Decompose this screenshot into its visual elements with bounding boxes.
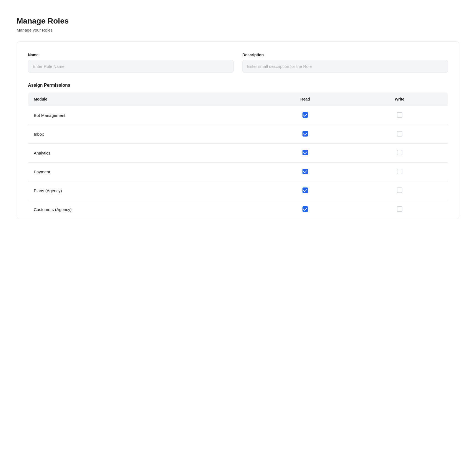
write-cell bbox=[351, 181, 448, 200]
description-form-group: Description bbox=[242, 53, 448, 73]
read-cell bbox=[259, 163, 351, 181]
role-name-input[interactable] bbox=[28, 60, 234, 73]
write-checkbox[interactable] bbox=[397, 187, 402, 193]
table-row: Analytics bbox=[28, 144, 448, 163]
assign-permissions-title: Assign Permissions bbox=[28, 83, 448, 88]
permissions-table: Module Read Write Bot ManagementInboxAna… bbox=[28, 92, 448, 219]
write-checkbox[interactable] bbox=[397, 169, 402, 174]
name-form-group: Name bbox=[28, 53, 234, 73]
form-row: Name Description bbox=[28, 53, 448, 73]
write-checkbox[interactable] bbox=[397, 206, 402, 212]
write-checkbox[interactable] bbox=[397, 131, 402, 137]
read-cell bbox=[259, 106, 351, 125]
col-header-write: Write bbox=[351, 92, 448, 106]
module-cell: Bot Management bbox=[28, 106, 259, 125]
name-label: Name bbox=[28, 53, 234, 57]
description-label: Description bbox=[242, 53, 448, 57]
write-cell bbox=[351, 106, 448, 125]
write-checkbox[interactable] bbox=[397, 112, 402, 118]
page-title: Manage Roles bbox=[17, 17, 459, 25]
read-checkbox[interactable] bbox=[302, 131, 308, 137]
table-row: Inbox bbox=[28, 125, 448, 144]
write-cell bbox=[351, 163, 448, 181]
write-cell bbox=[351, 125, 448, 144]
table-row: Payment bbox=[28, 163, 448, 181]
page-header: Manage Roles Manage your Roles bbox=[17, 17, 459, 32]
module-cell: Payment bbox=[28, 163, 259, 181]
write-cell bbox=[351, 200, 448, 219]
read-checkbox[interactable] bbox=[302, 187, 308, 193]
write-cell bbox=[351, 144, 448, 163]
manage-roles-card: Name Description Assign Permissions Modu… bbox=[17, 41, 459, 219]
table-row: Plans (Agency) bbox=[28, 181, 448, 200]
read-cell bbox=[259, 125, 351, 144]
read-checkbox[interactable] bbox=[302, 150, 308, 155]
table-row: Customers (Agency) bbox=[28, 200, 448, 219]
read-checkbox[interactable] bbox=[302, 169, 308, 174]
module-cell: Customers (Agency) bbox=[28, 200, 259, 219]
read-cell bbox=[259, 144, 351, 163]
write-checkbox[interactable] bbox=[397, 150, 402, 155]
module-cell: Plans (Agency) bbox=[28, 181, 259, 200]
role-description-input[interactable] bbox=[242, 60, 448, 73]
table-row: Bot Management bbox=[28, 106, 448, 125]
col-header-read: Read bbox=[259, 92, 351, 106]
table-header-row: Module Read Write bbox=[28, 92, 448, 106]
read-checkbox[interactable] bbox=[302, 112, 308, 118]
module-cell: Analytics bbox=[28, 144, 259, 163]
read-checkbox[interactable] bbox=[302, 206, 308, 212]
module-cell: Inbox bbox=[28, 125, 259, 144]
page-subtitle: Manage your Roles bbox=[17, 28, 459, 32]
read-cell bbox=[259, 181, 351, 200]
read-cell bbox=[259, 200, 351, 219]
col-header-module: Module bbox=[28, 92, 259, 106]
